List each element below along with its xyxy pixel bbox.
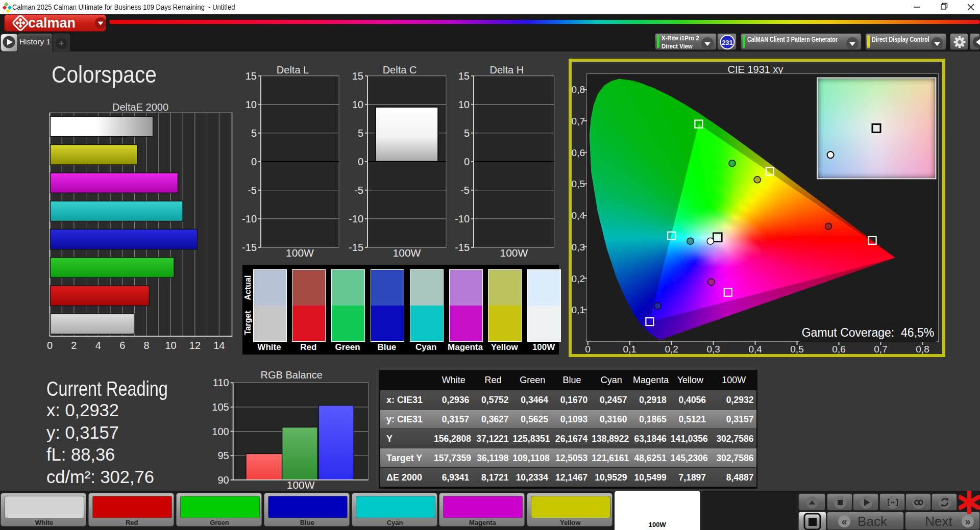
- svg-text:90: 90: [217, 474, 229, 486]
- svg-text:95: 95: [217, 450, 229, 461]
- svg-text:100: 100: [212, 426, 229, 437]
- svg-text:110: 110: [213, 377, 229, 388]
- svg-text:Back: Back: [857, 514, 888, 529]
- svg-text:«: «: [841, 516, 847, 527]
- svg-text:100W: 100W: [287, 479, 315, 491]
- svg-text:RGB Balance: RGB Balance: [261, 369, 323, 381]
- svg-text:»: »: [965, 516, 970, 527]
- svg-text:105: 105: [212, 401, 229, 413]
- svg-text:Next: Next: [925, 514, 952, 529]
